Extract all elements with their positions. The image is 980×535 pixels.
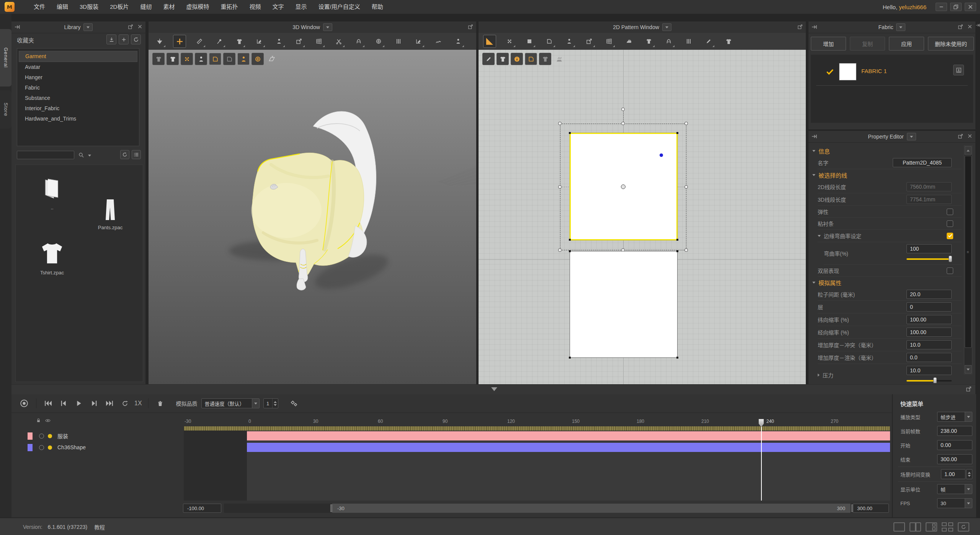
hscrollbar-thumb[interactable]: -30 300	[332, 504, 851, 513]
toggle-world-map[interactable]	[252, 53, 264, 65]
folder-up-item[interactable]: ..	[23, 176, 81, 210]
popout-icon[interactable]	[966, 386, 972, 392]
edit-pattern-tool[interactable]	[503, 35, 516, 48]
layout-two-pane-button[interactable]	[910, 522, 921, 532]
toggle-steam-area[interactable]	[553, 53, 565, 65]
username-link[interactable]: yeluzhi666	[899, 4, 926, 10]
range-start-input[interactable]: -100.00	[183, 504, 221, 513]
go-to-end-button[interactable]	[104, 398, 115, 409]
tab-store[interactable]: Store	[0, 90, 11, 129]
search-filter-dropdown-icon[interactable]	[88, 155, 91, 157]
animation-bar-ch36shape[interactable]	[247, 443, 890, 452]
menu-help[interactable]: 帮助	[372, 0, 383, 14]
spin-down-icon[interactable]	[274, 404, 277, 406]
sewing-point-marker[interactable]	[660, 153, 663, 157]
toggle-arrangement-board[interactable]	[266, 53, 278, 65]
fabric-save-button[interactable]	[953, 65, 964, 75]
section-info[interactable]: 信息	[808, 145, 962, 157]
menu-video[interactable]: 视频	[249, 0, 261, 14]
scale-handle-n[interactable]	[621, 122, 625, 125]
file-item-pants[interactable]: Pants.zpac	[82, 198, 139, 230]
fps-dropdown[interactable]: 30	[937, 498, 972, 508]
search-input[interactable]	[17, 151, 74, 159]
transform-pattern-tool[interactable]	[483, 35, 496, 48]
library-item-hardware-trims[interactable]: Hardware_and_Trims	[19, 114, 137, 124]
fabric-apply-button[interactable]: 应用	[889, 37, 924, 51]
scroll-down-button[interactable]	[965, 365, 972, 374]
add-favorite-button[interactable]	[119, 34, 129, 44]
iron-tool[interactable]	[622, 35, 635, 48]
current-frame-input[interactable]: 238.00	[937, 426, 972, 436]
track-row-ch36shape[interactable]: Ch36Shape	[11, 443, 184, 452]
collapse-icon[interactable]	[818, 235, 821, 237]
thick-render-input[interactable]: 0.0	[906, 353, 952, 362]
select-mesh-tool[interactable]	[193, 35, 206, 48]
curvature-slider[interactable]	[906, 258, 952, 260]
library-item-fabric[interactable]: Fabric	[19, 83, 137, 93]
pin-tool[interactable]	[213, 35, 226, 48]
panel-menu-dropdown[interactable]	[83, 23, 93, 31]
curvature-input[interactable]: 100	[906, 244, 952, 253]
list-view-button[interactable]	[132, 150, 141, 159]
flatten-tool[interactable]	[253, 35, 266, 48]
time-warp-spinner[interactable]	[966, 469, 972, 479]
pattern-corner-point[interactable]	[569, 357, 571, 359]
track-keyframe-icon[interactable]	[48, 445, 52, 450]
record-button[interactable]	[18, 398, 30, 409]
arrange-garment-tool[interactable]	[233, 35, 246, 48]
name-input[interactable]: Pattern2D_4085	[893, 158, 952, 167]
simulate-tool[interactable]	[153, 35, 166, 48]
shirt-display-tool[interactable]	[722, 35, 735, 48]
delete-animation-button[interactable]	[155, 398, 166, 409]
menu-avatar[interactable]: 虚拟模特	[186, 0, 209, 14]
elastic-checkbox[interactable]	[947, 209, 953, 215]
animation-bar-garment[interactable]	[247, 431, 890, 440]
minimize-button[interactable]	[936, 3, 947, 11]
interlining-checkbox[interactable]	[947, 220, 953, 227]
toggle-base-pattern[interactable]	[539, 53, 551, 65]
button-tool[interactable]	[372, 35, 385, 48]
popout-icon[interactable]	[128, 24, 133, 29]
layout-quad-button[interactable]	[942, 522, 953, 532]
fabric-item-name[interactable]: FABRIC 1	[861, 68, 887, 74]
close-icon[interactable]	[137, 24, 142, 29]
toggle-textured-garment[interactable]	[167, 53, 179, 65]
add-rectangle-tool[interactable]	[523, 35, 536, 48]
pattern-corner-point[interactable]	[569, 239, 571, 241]
show-garment-tool[interactable]	[642, 35, 655, 48]
menu-sewing[interactable]: 缝纫	[140, 0, 152, 14]
next-frame-button[interactable]	[88, 398, 100, 409]
track-toggle-icon[interactable]	[39, 434, 44, 439]
layout-side-panels-button[interactable]	[926, 522, 937, 532]
popout-icon[interactable]	[958, 134, 963, 139]
toggle-pattern-info[interactable]	[511, 53, 523, 65]
display-unit-dropdown[interactable]: 帧	[937, 484, 972, 494]
timeline-ruler[interactable]	[184, 426, 890, 431]
zipper-tool[interactable]	[392, 35, 405, 48]
fabric-add-button[interactable]: 增加	[811, 37, 846, 51]
play-button[interactable]	[73, 398, 85, 409]
pleats-tool[interactable]	[682, 35, 695, 48]
scale-handle-w[interactable]	[558, 185, 562, 189]
particle-input[interactable]: 20.0	[906, 290, 952, 299]
pattern-piece-unselected[interactable]	[570, 251, 678, 358]
fabric-delete-unused-button[interactable]: 删除未使用的	[928, 37, 974, 51]
toggle-pattern-fill[interactable]	[525, 53, 537, 65]
popout-icon[interactable]	[958, 24, 963, 29]
collapse-timeline-icon[interactable]	[491, 387, 497, 391]
rotate-handle[interactable]	[621, 108, 625, 111]
property-editor-scrollbar[interactable]: ≡	[964, 145, 972, 374]
range-end-input[interactable]: 300.00	[853, 504, 889, 513]
avatar-tape-tool[interactable]	[273, 35, 286, 48]
fabric-copy-button[interactable]: 复制	[850, 37, 885, 51]
pleat-tool[interactable]	[432, 35, 445, 48]
walk-avatar-tool[interactable]	[452, 35, 465, 48]
pattern-corner-point[interactable]	[569, 250, 571, 252]
layer-input[interactable]: 0	[906, 302, 952, 312]
pattern-corner-point[interactable]	[676, 357, 678, 359]
spin-up-icon[interactable]	[274, 401, 277, 403]
frame-step-spinner[interactable]: 1	[263, 398, 278, 408]
center-pivot-handle[interactable]	[621, 184, 626, 189]
section-selected-line[interactable]: 被选择的线	[808, 169, 962, 181]
weft-input[interactable]: 100.00	[906, 315, 952, 324]
